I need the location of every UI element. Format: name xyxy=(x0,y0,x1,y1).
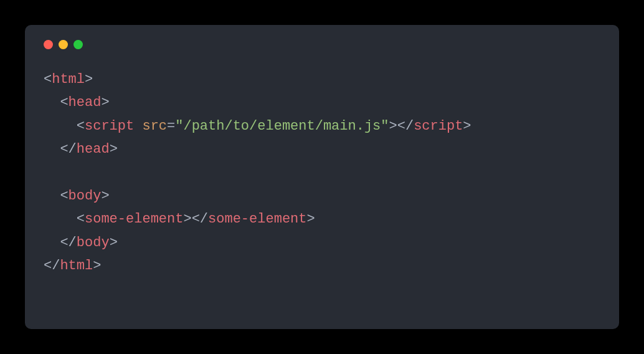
code-line: <some-element></some-element> xyxy=(44,208,600,231)
code-token: some-element xyxy=(85,211,183,227)
code-token: body xyxy=(77,235,110,251)
close-icon[interactable] xyxy=(44,40,53,49)
code-window: <html> <head> <script src="/path/to/elem… xyxy=(25,25,619,329)
code-line: </html> xyxy=(44,254,600,277)
code-line: <script src="/path/to/element/main.js"><… xyxy=(44,115,600,138)
code-line: </body> xyxy=(44,231,600,254)
code-token: > xyxy=(101,188,109,204)
code-token: script xyxy=(414,118,463,134)
code-content: <html> <head> <script src="/path/to/elem… xyxy=(44,68,600,278)
code-token: </ xyxy=(397,118,414,134)
code-token: </ xyxy=(60,235,76,251)
code-token: html xyxy=(52,72,85,87)
code-line: <head> xyxy=(44,91,600,114)
code-token: > xyxy=(93,258,101,274)
code-token: > xyxy=(110,235,118,251)
code-token: body xyxy=(69,188,102,204)
code-line xyxy=(44,161,600,184)
code-token: > xyxy=(463,118,471,134)
code-token: </ xyxy=(44,258,60,274)
code-token: > xyxy=(389,118,397,134)
code-token: < xyxy=(60,188,68,204)
window-titlebar xyxy=(44,40,600,49)
code-token: html xyxy=(60,258,93,274)
code-token: "/path/to/element/main.js" xyxy=(175,118,389,134)
code-token: script xyxy=(85,118,134,134)
code-token: < xyxy=(44,72,52,87)
code-token: > xyxy=(307,211,315,227)
code-token: </ xyxy=(60,141,76,157)
code-token: head xyxy=(69,95,102,110)
code-token: > xyxy=(85,72,93,87)
code-token: > xyxy=(101,95,109,110)
code-line: </head> xyxy=(44,138,600,161)
code-token: = xyxy=(167,118,175,134)
code-token: src xyxy=(142,118,167,134)
minimize-icon[interactable] xyxy=(59,40,68,49)
code-token: > xyxy=(183,211,191,227)
code-line: <body> xyxy=(44,184,600,208)
code-token: < xyxy=(60,95,68,110)
code-token: < xyxy=(77,211,85,227)
code-token xyxy=(44,165,52,181)
code-token: some-element xyxy=(208,211,306,227)
code-token: head xyxy=(77,141,110,157)
code-token: < xyxy=(77,118,85,134)
code-token: > xyxy=(110,141,118,157)
code-line: <html> xyxy=(44,68,600,91)
maximize-icon[interactable] xyxy=(73,40,83,49)
code-token xyxy=(134,118,142,134)
code-token: </ xyxy=(192,211,208,227)
